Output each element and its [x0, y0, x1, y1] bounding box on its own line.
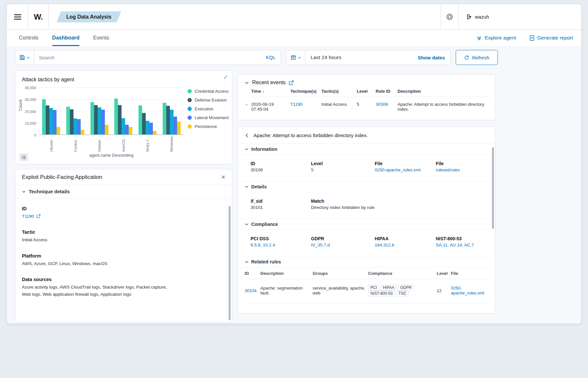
bar-persistence[interactable]: [57, 127, 60, 134]
bar-persistence[interactable]: [177, 122, 181, 134]
bar-lateral-movement[interactable]: [53, 110, 57, 134]
scrollbar[interactable]: [492, 147, 494, 229]
legend-toggle-button[interactable]: [19, 153, 28, 161]
rr-column-groups[interactable]: Groups: [313, 271, 368, 276]
saved-queries-button[interactable]: [15, 50, 34, 65]
bar-credential-access[interactable]: [139, 105, 142, 134]
x-axis-label[interactable]: macOS: [122, 138, 125, 152]
x-axis-label[interactable]: RHEL7: [146, 138, 150, 152]
rr-column-file[interactable]: File: [451, 271, 488, 276]
column-description[interactable]: Description: [398, 89, 488, 94]
rr-column-compliance[interactable]: Compliance: [368, 271, 437, 276]
bar-persistence[interactable]: [81, 130, 84, 134]
column-tactic[interactable]: Tactic(s): [321, 89, 357, 94]
bar-lateral-movement[interactable]: [149, 123, 153, 134]
bar-lateral-movement[interactable]: [173, 117, 177, 134]
x-axis-label[interactable]: Centos: [74, 138, 77, 152]
information-section-header[interactable]: Information: [238, 144, 495, 155]
event-row[interactable]: 2020-08-19 07:45:04 T1190 Initial Access…: [245, 97, 488, 118]
calendar-button[interactable]: [286, 50, 305, 65]
kql-selector[interactable]: KQL: [261, 55, 281, 60]
legend-item-defense-evasion[interactable]: Defense Evasion: [188, 98, 231, 102]
logout-button[interactable]: wazuh: [458, 4, 497, 29]
legend-item-lateral-movement[interactable]: Lateral Movement: [188, 115, 231, 120]
expand-chart-button[interactable]: [223, 75, 228, 80]
tab-dashboard[interactable]: Dashboard: [52, 30, 80, 46]
open-external-icon[interactable]: [289, 80, 294, 85]
column-technique[interactable]: Technique(s): [290, 89, 321, 94]
close-icon[interactable]: ×: [221, 174, 225, 181]
bar-persistence[interactable]: [153, 131, 156, 134]
bar-defense-evasion[interactable]: [70, 109, 74, 134]
menu-button[interactable]: [7, 4, 28, 29]
generate-report-button[interactable]: Generate report: [529, 35, 573, 41]
wazuh-logo[interactable]: W.: [28, 4, 49, 29]
rule-file-link[interactable]: 0250-apache_rules.xml: [375, 167, 420, 172]
bar-credential-access[interactable]: [66, 107, 70, 134]
related-rule-id-link[interactable]: 30104: [245, 288, 256, 293]
x-axis-label[interactable]: Windows: [170, 138, 173, 152]
time-range-value[interactable]: Last 24 hours: [305, 55, 418, 60]
bar-defense-evasion[interactable]: [46, 105, 49, 134]
event-description: Apache: Attempt to access forbidden dire…: [398, 102, 488, 112]
bar-lateral-movement[interactable]: [125, 125, 129, 134]
explore-agent-button[interactable]: Explore agent: [476, 35, 516, 41]
bar-execution[interactable]: [49, 108, 53, 135]
collapse-chevron-icon[interactable]: [245, 81, 249, 85]
compliance-section-header[interactable]: Compliance: [238, 219, 495, 230]
nist-link[interactable]: SA.11, AU.14, AC.7: [436, 243, 474, 247]
bar-credential-access[interactable]: [114, 99, 118, 134]
related-rule-file-link[interactable]: 0250-apache_rules.xml: [451, 286, 484, 295]
status-circle-button[interactable]: [441, 4, 458, 29]
bar-credential-access[interactable]: [90, 102, 94, 134]
legend-item-execution[interactable]: Execution: [188, 106, 231, 111]
back-chevron-icon[interactable]: [245, 133, 249, 138]
rr-column-id[interactable]: ID: [245, 271, 260, 276]
bar-lateral-movement[interactable]: [101, 110, 105, 134]
rr-column-level[interactable]: Level: [437, 271, 451, 276]
hipaa-link[interactable]: 164.312.b: [375, 243, 394, 247]
event-rule-id-link[interactable]: 30306: [376, 102, 388, 107]
related-rule-row[interactable]: 30104 Apache: segmentation fault. servic…: [245, 279, 488, 303]
bar-defense-evasion[interactable]: [118, 105, 122, 134]
x-axis-label[interactable]: Ubuntu: [49, 138, 53, 152]
related-rules-section-header[interactable]: Related rules: [238, 257, 495, 267]
bar-defense-evasion[interactable]: [142, 113, 146, 134]
bar-persistence[interactable]: [129, 127, 132, 134]
legend-item-persistence[interactable]: Persistence: [188, 124, 231, 129]
legend-item-credential-access[interactable]: Credential Access: [188, 89, 231, 94]
chevron-down-icon: [26, 56, 30, 59]
bar-credential-access[interactable]: [163, 103, 166, 134]
tab-controls[interactable]: Controls: [19, 30, 39, 46]
details-section-header[interactable]: Details: [238, 181, 495, 192]
technique-id-link[interactable]: T1190: [22, 214, 34, 219]
column-rule-id[interactable]: Rule ID: [376, 89, 398, 94]
bar-credential-access[interactable]: [42, 99, 46, 134]
show-dates-button[interactable]: Show dates: [418, 55, 450, 60]
event-technique-link[interactable]: T1190: [290, 102, 302, 107]
gdpr-link[interactable]: IV_35.7.d: [311, 243, 330, 247]
tab-events[interactable]: Events: [93, 30, 109, 46]
rr-column-description[interactable]: Description: [260, 271, 313, 276]
bar-execution[interactable]: [146, 121, 149, 134]
bar-defense-evasion[interactable]: [94, 105, 98, 134]
scrollbar[interactable]: [229, 206, 231, 320]
pci-dss-link[interactable]: 6.5.8, 10.2.4: [251, 243, 275, 247]
bar-execution[interactable]: [74, 118, 77, 134]
refresh-button[interactable]: Refresh: [456, 50, 498, 65]
bar-persistence[interactable]: [105, 125, 108, 134]
rule-level-link[interactable]: 5: [311, 167, 314, 172]
technique-details-header[interactable]: Technique details: [15, 185, 232, 198]
column-level[interactable]: Level: [357, 89, 376, 94]
user-label: wazuh: [475, 14, 489, 20]
column-time[interactable]: Time ↓: [251, 89, 290, 94]
rule-path-link[interactable]: ruleset/rules: [436, 167, 460, 172]
expand-row-icon[interactable]: [245, 103, 251, 106]
search-input[interactable]: [34, 55, 261, 60]
bar-lateral-movement[interactable]: [77, 119, 81, 134]
x-axis-label[interactable]: Debian: [97, 138, 101, 152]
bar-defense-evasion[interactable]: [166, 106, 170, 134]
bar-execution[interactable]: [170, 110, 173, 134]
bar-execution[interactable]: [122, 118, 125, 134]
bar-execution[interactable]: [98, 107, 101, 134]
